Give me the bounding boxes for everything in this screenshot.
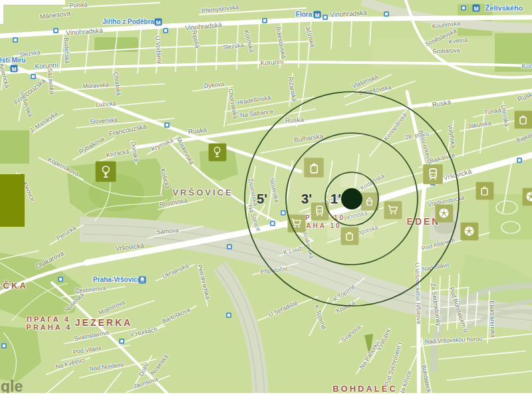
center-location-marker[interactable] <box>341 188 362 209</box>
screenshot-margin-bottom <box>0 393 532 399</box>
walking-radius-overlay <box>0 0 532 399</box>
screenshot-margin-left <box>0 0 3 24</box>
screenshot-margin-topleft <box>0 0 65 5</box>
map-canvas[interactable]: PolskáMánesovaVinohradskáVinohradskáVino… <box>0 0 532 399</box>
google-watermark-fragment: gle <box>1 379 23 394</box>
